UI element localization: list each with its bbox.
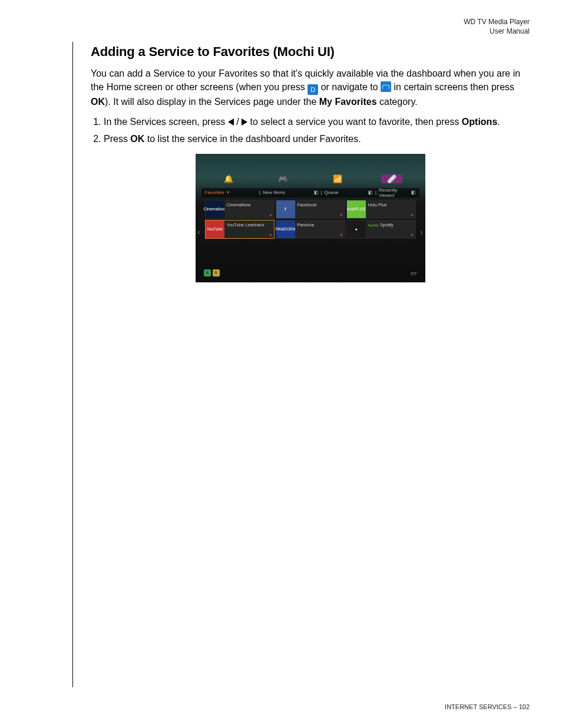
- heart-icon: ♥: [269, 213, 272, 217]
- nav-right-icon: [242, 118, 247, 126]
- heart-icon: ♥: [269, 233, 272, 237]
- tile-pandora[interactable]: PANDORA Pandora ♥: [276, 220, 345, 239]
- tab-queue[interactable]: ◧|Queue: [310, 188, 365, 197]
- header-line-2: User Manual: [490, 27, 530, 35]
- tile-hulu-plus[interactable]: huluPLUS Hulu Plus ♥: [346, 200, 416, 219]
- tile-youtube-leanback[interactable]: YouTube YouTube Leanback ♥: [205, 220, 275, 239]
- heart-icon: ♥: [411, 213, 413, 217]
- category-games-icon[interactable]: 🎮: [256, 173, 310, 186]
- tile-spotify[interactable]: ● Spotify Spotify ♥: [346, 220, 416, 239]
- section-heading: Adding a Service to Favorites (Mochi UI): [91, 44, 530, 60]
- page-footer: INTERNET SERVICES – 102: [445, 703, 530, 710]
- heart-icon: ♥: [340, 233, 342, 237]
- step-1: In the Services screen, press / to selec…: [104, 115, 530, 129]
- tab-favorites[interactable]: Favorites ♥: [201, 188, 256, 197]
- services-grid: CinemaNow CinemaNow ♥ f Facebook ♥ huluP…: [205, 200, 416, 240]
- category-apps-icon[interactable]: 🩹: [365, 173, 419, 186]
- category-bar: 🔔 🎮 📶 🩹: [201, 173, 419, 186]
- header-line-1: WD TV Media Player: [464, 18, 530, 26]
- filter-tabs: Favorites ♥ |New Items ◧|Queue ◧|Recentl…: [201, 188, 419, 197]
- d-button-icon: D: [308, 84, 318, 95]
- services-screenshot: 🔔 🎮 📶 🩹 Favorites ♥ |New Items ◧|Queue: [196, 154, 425, 282]
- category-feeds-icon[interactable]: 📶: [310, 173, 365, 186]
- footer-hint-icons: A B: [204, 269, 220, 276]
- tile-cinemanow[interactable]: CinemaNow CinemaNow ♥: [205, 200, 275, 219]
- tab-recently-viewed[interactable]: ◧|Recently Viewed◧: [365, 188, 419, 197]
- dashboard-icon: [381, 81, 391, 92]
- hint-b-icon: B: [213, 269, 220, 276]
- nav-left-icon: [228, 118, 234, 126]
- category-service-icon[interactable]: 🔔: [201, 173, 256, 186]
- heart-icon: ♥: [411, 233, 413, 237]
- heart-icon: ♥: [226, 190, 229, 195]
- heart-icon: ♥: [340, 213, 342, 217]
- step-2: Press OK to list the service in the dash…: [104, 132, 530, 146]
- scroll-right-icon[interactable]: ›: [421, 228, 423, 236]
- page-header: WD TV Media Player User Manual: [32, 18, 530, 36]
- tab-new-items[interactable]: |New Items: [256, 188, 310, 197]
- scroll-left-icon[interactable]: ‹: [198, 228, 200, 236]
- tile-facebook[interactable]: f Facebook ♥: [276, 200, 345, 219]
- hint-a-icon: A: [204, 269, 211, 276]
- page-counter: 7/7: [410, 271, 416, 276]
- steps-list: In the Services screen, press / to selec…: [91, 115, 530, 146]
- intro-paragraph: You can add a Service to your Favorites …: [91, 67, 530, 108]
